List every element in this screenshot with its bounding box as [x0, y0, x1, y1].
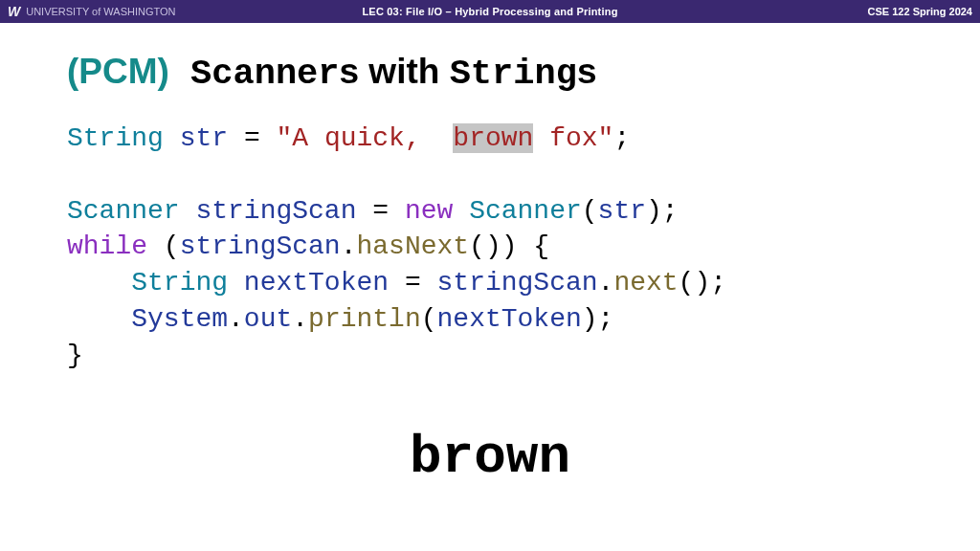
highlighted-token: brown: [453, 123, 533, 153]
output-token: brown: [410, 427, 570, 488]
code-token: .: [228, 304, 244, 334]
top-bar: W UNIVERSITY of WASHINGTON LEC 03: File …: [0, 0, 980, 23]
code-token: ;: [662, 196, 679, 226]
code-token: String: [67, 123, 164, 153]
code-token: {: [533, 231, 549, 261]
code-token: str: [180, 123, 228, 153]
code-token: ): [646, 196, 662, 226]
slide-title: (PCM) Scanners with Strings: [67, 52, 913, 94]
code-token: ): [694, 268, 710, 298]
output-area: brown: [67, 374, 913, 541]
code-token: ;: [710, 268, 726, 298]
code-token: (: [679, 268, 695, 298]
course-code: CSE 122 Spring 2024: [731, 6, 972, 17]
title-pcm: (PCM): [67, 52, 169, 91]
code-token: stringScan: [437, 268, 598, 298]
code-token: =: [405, 268, 421, 298]
code-token: nextToken: [437, 304, 582, 334]
code-token: (: [469, 231, 485, 261]
university-name: UNIVERSITY of WASHINGTON: [26, 6, 175, 17]
code-token: Scanner: [67, 196, 180, 226]
code-token: .: [598, 268, 614, 298]
code-token: =: [244, 123, 260, 153]
title-word1: Scanners with Strings: [169, 52, 597, 91]
code-token: .: [292, 304, 308, 334]
code-token: String: [131, 268, 228, 298]
uw-logo-icon: W: [8, 4, 20, 19]
lecture-title: LEC 03: File I/O – Hybrid Processing and…: [249, 6, 731, 17]
code-token: ): [485, 231, 501, 261]
code-token: while: [67, 231, 147, 261]
code-token: (: [582, 196, 598, 226]
code-token: ;: [598, 304, 614, 334]
code-token: Scanner: [469, 196, 582, 226]
slide-body: (PCM) Scanners with Strings String str =…: [0, 23, 980, 551]
code-token: new: [405, 196, 453, 226]
code-token: out: [244, 304, 292, 334]
code-token: ): [582, 304, 598, 334]
code-token: nextToken: [244, 268, 389, 298]
code-token: hasNext: [356, 231, 469, 261]
code-token: =: [372, 196, 389, 226]
code-token: ;: [613, 123, 630, 153]
code-token: (: [421, 304, 437, 334]
code-token: stringScan: [195, 196, 356, 226]
code-token: ): [501, 231, 518, 261]
code-token: stringScan: [180, 231, 341, 261]
code-token: .: [341, 231, 357, 261]
code-token: System: [131, 304, 228, 334]
code-token: }: [67, 341, 83, 370]
code-token: "A quick,: [277, 123, 454, 153]
code-token: str: [598, 196, 646, 226]
top-left: W UNIVERSITY of WASHINGTON: [8, 4, 249, 19]
code-token: next: [613, 268, 678, 298]
code-block: String str = "A quick, brown fox"; Scann…: [67, 121, 913, 374]
code-token: println: [308, 304, 421, 334]
code-token: fox": [533, 123, 613, 153]
code-token: (: [164, 231, 180, 261]
